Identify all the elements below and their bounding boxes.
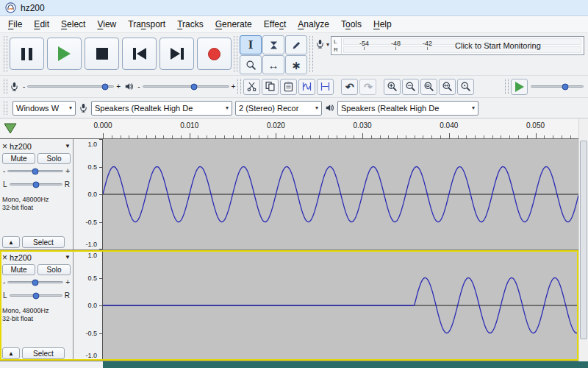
silence-audio-button[interactable]: [317, 79, 334, 95]
toolbar-grip[interactable]: [309, 36, 313, 72]
solo-button[interactable]: Solo: [37, 153, 71, 164]
recording-device-select[interactable]: Speakers (Realtek High De ▾: [91, 101, 232, 116]
menu-item-effect[interactable]: Effect: [258, 17, 292, 32]
timeline-ruler[interactable]: 0.0000.0100.0200.0300.0400.050: [0, 118, 588, 139]
mute-button[interactable]: Mute: [2, 153, 35, 164]
record-button[interactable]: [197, 38, 232, 70]
multi-tool-button[interactable]: ∗: [285, 55, 307, 74]
menu-item-help[interactable]: Help: [368, 17, 398, 32]
toolbar-grip[interactable]: [4, 36, 7, 72]
recording-volume-slider[interactable]: - +: [23, 82, 121, 91]
timeline-tick: [544, 135, 545, 138]
timeline-tick: [536, 133, 537, 138]
play-button[interactable]: [47, 38, 82, 70]
copy-button[interactable]: [262, 79, 279, 95]
slider-thumb[interactable]: [562, 83, 568, 90]
collapse-button[interactable]: ▲: [2, 236, 20, 248]
play-at-speed-button[interactable]: [511, 79, 528, 95]
meter-tick-mark: [364, 47, 365, 50]
collapse-button[interactable]: ▲: [2, 347, 20, 359]
skip-to-start-button[interactable]: [122, 38, 157, 70]
pause-icon: [21, 48, 32, 60]
vertical-ruler[interactable]: 1.00.50.0-0.5-1.0: [74, 250, 103, 361]
track-menu-arrow[interactable]: ▼: [65, 254, 71, 261]
solo-button[interactable]: Solo: [37, 264, 71, 275]
zoom-in-button[interactable]: [384, 79, 401, 95]
audio-host-select[interactable]: Windows W ▾: [12, 101, 76, 116]
skip-to-start-icon: [133, 48, 146, 60]
track-close-button[interactable]: ×: [2, 142, 7, 151]
gain-thumb[interactable]: [32, 168, 39, 174]
gain-slider[interactable]: - +: [2, 165, 71, 177]
waveform-area[interactable]: [103, 250, 578, 361]
pan-thumb[interactable]: [32, 292, 39, 299]
mute-button[interactable]: Mute: [2, 264, 35, 275]
stop-button[interactable]: [85, 38, 119, 70]
menu-item-select[interactable]: Select: [55, 17, 91, 32]
menu-item-file[interactable]: File: [2, 17, 28, 32]
slider-thumb[interactable]: [101, 83, 108, 90]
recording-meter-toolbar: ▾ L R -54 -48 -42 Click to Start Monitor…: [315, 33, 587, 55]
menu-item-tracks[interactable]: Tracks: [171, 17, 209, 32]
timeline-pin-icon[interactable]: [4, 122, 17, 135]
timeline-tick: [527, 135, 528, 138]
menu-item-edit[interactable]: Edit: [28, 17, 55, 32]
trim-audio-button[interactable]: [298, 79, 315, 95]
zoom-toggle-button[interactable]: [457, 79, 474, 95]
timeshift-tool-button[interactable]: ↔: [262, 55, 284, 74]
slider-thumb[interactable]: [191, 83, 198, 90]
timeline-tick: [250, 135, 251, 138]
menu-item-view[interactable]: View: [91, 17, 122, 32]
zoom-tool-button[interactable]: [240, 55, 262, 74]
toolbar-grip[interactable]: [4, 101, 7, 115]
select-button[interactable]: Select: [22, 347, 65, 359]
gain-thumb[interactable]: [32, 279, 39, 286]
vertical-ruler[interactable]: 1.00.50.0-0.5-1.0: [74, 139, 103, 250]
track-close-button[interactable]: ×: [2, 253, 7, 262]
cut-button[interactable]: [243, 79, 260, 95]
paste-button[interactable]: [280, 79, 297, 95]
pan-slider[interactable]: L R: [2, 178, 71, 191]
menu-item-generate[interactable]: Generate: [209, 17, 258, 32]
undo-button[interactable]: ↶: [341, 79, 358, 95]
vertical-scrollbar[interactable]: [578, 118, 588, 361]
recording-meter[interactable]: L R -54 -48 -42 Click to Start Monitorin…: [331, 36, 584, 55]
fit-project-button[interactable]: [439, 79, 456, 95]
track-control-panel: × hz200 ▼ Mute Solo - + L R Mono, 48000H…: [0, 139, 74, 250]
select-button[interactable]: Select: [22, 236, 65, 248]
track-name[interactable]: hz200: [10, 253, 32, 262]
skip-to-end-button[interactable]: [159, 38, 194, 70]
waveform-area[interactable]: [103, 139, 578, 250]
play-speed-slider[interactable]: [531, 85, 584, 88]
draw-tool-button[interactable]: [285, 35, 307, 54]
pan-thumb[interactable]: [32, 181, 39, 188]
menu-item-tools[interactable]: Tools: [335, 17, 368, 32]
track-control-panel: × hz200 ▼ Mute Solo - + L R Mono, 48000H…: [0, 250, 74, 361]
recording-channels-select[interactable]: 2 (Stereo) Recor ▾: [235, 101, 322, 116]
playback-volume-slider[interactable]: - +: [137, 82, 235, 91]
redo-button[interactable]: ↷: [359, 79, 376, 95]
fit-selection-icon: [423, 81, 434, 92]
menu-item-transport[interactable]: Transport: [122, 17, 171, 32]
microphone-icon: [79, 103, 88, 113]
tools-toolbar: I ↔ ∗: [240, 35, 307, 74]
pan-slider[interactable]: L R: [2, 289, 71, 302]
playback-device-value: Speakers (Realtek High De: [341, 104, 439, 113]
zoom-out-button[interactable]: [402, 79, 419, 95]
playback-device-select[interactable]: Speakers (Realtek High De ▾: [337, 101, 478, 116]
envelope-tool-button[interactable]: [262, 35, 284, 54]
toolbar-grip[interactable]: [505, 79, 509, 94]
meter-menu-arrow-icon[interactable]: ▾: [326, 41, 329, 48]
scrollbar-thumb[interactable]: [580, 141, 587, 339]
track-menu-arrow[interactable]: ▼: [65, 143, 71, 149]
bottom-strip-left: [0, 361, 103, 368]
menu-item-analyze[interactable]: Analyze: [292, 17, 335, 32]
toolbar-grip[interactable]: [4, 79, 7, 94]
fit-selection-button[interactable]: [420, 79, 437, 95]
track-name[interactable]: hz200: [10, 142, 32, 151]
selection-tool-button[interactable]: I: [240, 35, 262, 54]
gain-slider[interactable]: - +: [2, 276, 71, 289]
toolbar-grip[interactable]: [237, 79, 241, 94]
pause-button[interactable]: [10, 38, 44, 70]
toolbar-grip[interactable]: [234, 36, 237, 72]
